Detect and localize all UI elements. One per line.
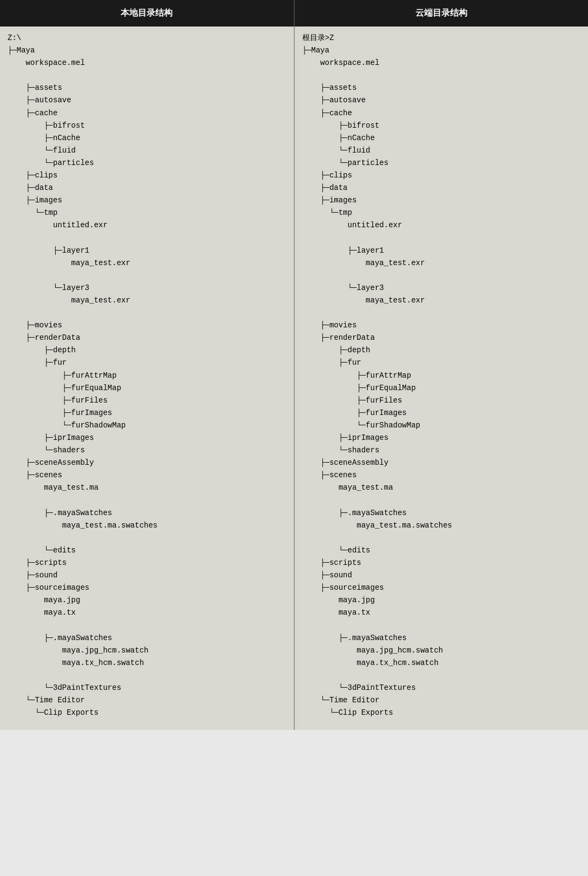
tree-line: └─tmp [302,207,584,219]
tree-line [8,69,289,82]
tree-line: workspace.mel [8,57,289,69]
tree-line: └─Time Editor [302,694,584,707]
tree-line: maya_test.exr [8,294,289,307]
tree-line [8,307,289,319]
tree-line [8,532,289,544]
tree-line [8,269,289,282]
tree-line: ├─scripts [8,557,289,569]
header-left: 本地目录结构 [0,0,294,27]
tree-line: untitled.exr [8,219,289,232]
tree-line: ├─iprImages [8,432,289,444]
tree-line: ├─furAttrMap [8,370,289,382]
tree-line: maya_test.ma.swatches [302,519,584,532]
tree-line: ├─data [8,182,289,194]
tree-line: ├─furFiles [302,394,584,407]
tree-line [8,669,289,682]
tree-line [8,494,289,506]
tree-line: └─furShadowMap [302,419,584,432]
tree-line: maya.jpg_hcm.swatch [302,644,584,657]
tree-line: ├─furFiles [8,394,289,407]
tree-line: ├─layer1 [302,245,584,257]
tree-line: ├─clips [8,169,289,182]
tree-line: └─edits [8,544,289,557]
tree-line: ├─furImages [8,407,289,419]
tree-line: ├─images [8,194,289,207]
tree-line: ├─depth [8,344,289,357]
content-area: Z:\├─Maya workspace.mel ├─assets ├─autos… [0,27,588,730]
tree-line: ├─bifrost [302,120,584,132]
tree-line [8,232,289,245]
tree-line: ├─furEqualMap [8,382,289,394]
tree-line: ├─sceneAssembly [302,457,584,469]
tree-line: └─layer3 [8,282,289,294]
tree-line: ├─cache [302,107,584,120]
tree-line: ├─clips [302,169,584,182]
tree-line: workspace.mel [302,57,584,69]
tree-line [302,269,584,282]
tree-line: ├─sourceimages [8,582,289,594]
tree-line: └─fluid [8,144,289,157]
tree-line: └─particles [8,157,289,169]
tree-line: maya.tx [8,607,289,619]
right-panel: 根目录>Z├─Maya workspace.mel ├─assets ├─aut… [295,27,589,730]
tree-line: ├─.mayaSwatches [8,507,289,519]
tree-line [302,532,584,544]
tree-line: ├─iprImages [302,432,584,444]
tree-line: maya_test.ma [8,482,289,494]
tree-line: ├─sound [8,569,289,582]
tree-line: ├─movies [302,319,584,332]
tree-line [302,619,584,631]
tree-line: └─particles [302,157,584,169]
tree-line [8,619,289,631]
tree-line: ├─furAttrMap [302,370,584,382]
tree-line: ├─autosave [8,94,289,107]
tree-line: ├─nCache [302,132,584,144]
tree-line: └─3dPaintTextures [8,682,289,694]
tree-line: ├─fur [302,357,584,369]
tree-line: └─Clip Exports [302,707,584,719]
tree-line: ├─furEqualMap [302,382,584,394]
tree-line: maya_test.exr [8,257,289,269]
tree-line: maya.tx_hcm.swatch [302,657,584,669]
tree-line [302,232,584,245]
tree-line: └─fluid [302,144,584,157]
tree-line: maya_test.ma.swatches [8,519,289,532]
tree-line: └─3dPaintTextures [302,682,584,694]
tree-line: ├─sourceimages [302,582,584,594]
tree-line: maya.tx_hcm.swatch [8,657,289,669]
tree-line: └─Time Editor [8,694,289,707]
tree-line: ├─scenes [8,469,289,482]
tree-line: ├─bifrost [8,120,289,132]
tree-line: 根目录>Z [302,32,584,44]
tree-line: untitled.exr [302,219,584,232]
tree-line [302,494,584,506]
tree-line: ├─fur [8,357,289,369]
tree-line: maya.jpg_hcm.swatch [8,644,289,657]
tree-line: ├─assets [8,82,289,94]
tree-line: ├─Maya [8,44,289,57]
tree-line [302,307,584,319]
tree-line: ├─nCache [8,132,289,144]
tree-line [302,669,584,682]
tree-line: ├─layer1 [8,245,289,257]
tree-line: └─shaders [8,444,289,457]
tree-line: maya_test.exr [302,294,584,307]
tree-line: ├─images [302,194,584,207]
tree-line: ├─renderData [302,332,584,344]
tree-line: ├─data [302,182,584,194]
tree-line: ├─movies [8,319,289,332]
tree-line: ├─depth [302,344,584,357]
tree-line [302,69,584,82]
tree-line: ├─sceneAssembly [8,457,289,469]
tree-line: └─Clip Exports [8,707,289,719]
tree-line: ├─.mayaSwatches [8,632,289,644]
tree-line: maya.jpg [302,594,584,607]
tree-line: ├─renderData [8,332,289,344]
tree-line: ├─Maya [302,44,584,57]
tree-line: └─furShadowMap [8,419,289,432]
tree-line: ├─.mayaSwatches [302,507,584,519]
tree-line: maya.tx [302,607,584,619]
tree-line: └─tmp [8,207,289,219]
tree-line: ├─.mayaSwatches [302,632,584,644]
tree-line: ├─assets [302,82,584,94]
